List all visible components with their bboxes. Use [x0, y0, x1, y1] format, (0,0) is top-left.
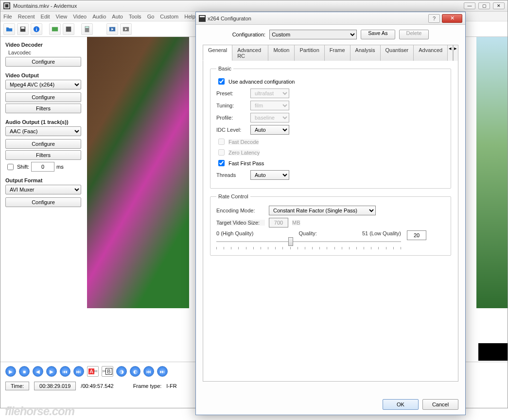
config-select[interactable]: Custom	[269, 30, 357, 39]
basic-fieldset: Basic Use advanced configuration Preset:…	[210, 66, 451, 189]
svg-rect-7	[52, 27, 58, 31]
info-icon[interactable]: i	[31, 23, 42, 35]
slider-thumb-icon[interactable]	[288, 237, 293, 246]
dialog-help-button[interactable]: ?	[428, 14, 440, 23]
menu-edit[interactable]: Edit	[41, 14, 50, 19]
audio-output-configure-button[interactable]: Configure	[5, 139, 81, 149]
x264-config-dialog: x264 Configuraton ? ✕ Configuration: Cus…	[195, 12, 466, 415]
calculator-icon[interactable]	[81, 23, 93, 35]
menu-auto[interactable]: Auto	[112, 14, 123, 19]
shift-value-input[interactable]	[31, 162, 54, 172]
output-format-select[interactable]: AVI Muxer	[5, 185, 81, 194]
tab-general[interactable]: General	[203, 45, 232, 61]
video-output-filters-button[interactable]: Filters	[5, 104, 81, 113]
zero-latency-label: Zero Latency	[228, 150, 260, 156]
quality-high-label: 51 (Low Quality)	[362, 230, 401, 236]
svg-rect-2	[5, 4, 9, 8]
tab-scroll-right[interactable]: ▸	[453, 45, 458, 61]
preset-label: Preset:	[216, 90, 246, 96]
audio-output-select[interactable]: AAC (Faac)	[5, 126, 81, 136]
menu-tools[interactable]: Tools	[129, 14, 141, 19]
tab-partition[interactable]: Partition	[294, 45, 324, 61]
menu-audio[interactable]: Audio	[92, 14, 106, 19]
zero-latency-checkbox	[218, 149, 225, 156]
dialog-close-button[interactable]: ✕	[442, 14, 462, 23]
svg-rect-10	[86, 26, 89, 28]
fast-decode-checkbox	[218, 139, 225, 145]
profile-label: Profile:	[216, 115, 246, 121]
close-button[interactable]: ✕	[493, 2, 505, 9]
preview-frame-left	[87, 37, 189, 308]
fast-first-pass-label: Fast First Pass	[228, 160, 264, 166]
idc-label: IDC Level:	[216, 127, 246, 133]
quality-value-input[interactable]	[407, 230, 426, 240]
rate-control-fieldset: Rate Control Encoding Mode:Constant Rate…	[210, 193, 451, 256]
menu-custom[interactable]: Custom	[160, 14, 178, 19]
output-format-configure-button[interactable]: Configure	[5, 197, 81, 207]
play-input-icon[interactable]	[106, 23, 118, 35]
duration-label: /00:49:57.542	[81, 383, 113, 389]
video-output-configure-button[interactable]: Configure	[5, 92, 81, 102]
tab-motion[interactable]: Motion	[268, 45, 295, 61]
video-decoder-configure-button[interactable]: Configure	[5, 57, 81, 67]
profile-select: baseline	[250, 113, 289, 122]
tab-advanced[interactable]: Advanced	[413, 45, 448, 61]
video-decoder-codec: Lavcodec	[8, 50, 82, 55]
basic-legend: Basic	[216, 66, 233, 71]
prev-keyframe-button[interactable]: ⏮	[60, 366, 70, 377]
menu-go[interactable]: Go	[147, 14, 155, 19]
open-icon[interactable]	[3, 23, 15, 35]
set-marker-b-button[interactable]: ⎶B	[102, 366, 113, 377]
shift-checkbox[interactable]	[7, 164, 14, 170]
app-icon	[3, 2, 10, 9]
image-open-icon[interactable]	[49, 23, 61, 35]
fast-first-pass-checkbox[interactable]	[218, 160, 225, 166]
tab-scroll-left[interactable]: ◂	[447, 45, 453, 61]
set-marker-a-button[interactable]: A⎶	[87, 366, 99, 377]
audio-output-filters-button[interactable]: Filters	[5, 150, 81, 160]
menu-help[interactable]: Help	[184, 14, 195, 19]
time-label-button[interactable]: Time:	[5, 382, 29, 390]
target-size-label: Target Video Size:	[216, 220, 265, 226]
tab-advanced-rc[interactable]: Advanced RC	[232, 45, 268, 61]
idc-select[interactable]: Auto	[250, 125, 289, 135]
tuning-select: film	[250, 101, 289, 110]
goto-start-button[interactable]: ⏮	[143, 366, 154, 377]
tab-analysis[interactable]: Analysis	[350, 45, 381, 61]
menu-view[interactable]: View	[56, 14, 68, 19]
save-icon[interactable]	[17, 23, 29, 35]
dialog-titlebar: x264 Configuraton ? ✕	[196, 12, 465, 25]
quality-slider[interactable]	[216, 237, 401, 247]
encoding-mode-select[interactable]: Constant Rate Factor (Single Pass)	[269, 206, 376, 215]
use-advanced-checkbox[interactable]	[218, 78, 225, 85]
goto-end-button[interactable]: ⏭	[157, 366, 168, 377]
encoding-mode-label: Encoding Mode:	[216, 208, 265, 213]
next-black-button[interactable]: ◐	[130, 366, 140, 377]
menu-video[interactable]: Video	[73, 14, 87, 19]
video-output-select[interactable]: Mpeg4 AVC (x264)	[5, 80, 81, 89]
prev-frame-button[interactable]: ◀	[33, 366, 43, 377]
minimize-button[interactable]: —	[464, 2, 475, 9]
time-value[interactable]: 00:38:29.019	[34, 382, 76, 390]
menu-file[interactable]: File	[3, 14, 12, 19]
threads-select[interactable]: Auto	[250, 170, 289, 180]
save-as-button[interactable]: Save As	[361, 30, 395, 39]
image-save-icon[interactable]	[63, 23, 74, 35]
preset-select: ultrafast	[250, 88, 289, 98]
maximize-button[interactable]: ▢	[478, 2, 490, 9]
tabs: General Advanced RC Motion Partition Fra…	[203, 44, 458, 61]
next-keyframe-button[interactable]: ⏭	[73, 366, 84, 377]
tab-quantiser[interactable]: Quantiser	[380, 45, 414, 61]
svg-rect-8	[66, 26, 71, 32]
menu-recent[interactable]: Recent	[18, 14, 35, 19]
ok-button[interactable]: OK	[383, 399, 419, 410]
prev-black-button[interactable]: ◑	[116, 366, 127, 377]
play-output-icon[interactable]	[120, 23, 132, 35]
next-frame-button[interactable]: ▶	[46, 366, 57, 377]
tab-frame[interactable]: Frame	[324, 45, 350, 61]
play-button[interactable]: ▶	[5, 366, 16, 377]
cancel-button[interactable]: Cancel	[422, 399, 458, 410]
window-title: Mountains.mkv - Avidemux	[13, 3, 464, 9]
audio-output-title: Audio Output (1 track(s))	[5, 119, 82, 125]
stop-button[interactable]: ■	[19, 366, 30, 377]
